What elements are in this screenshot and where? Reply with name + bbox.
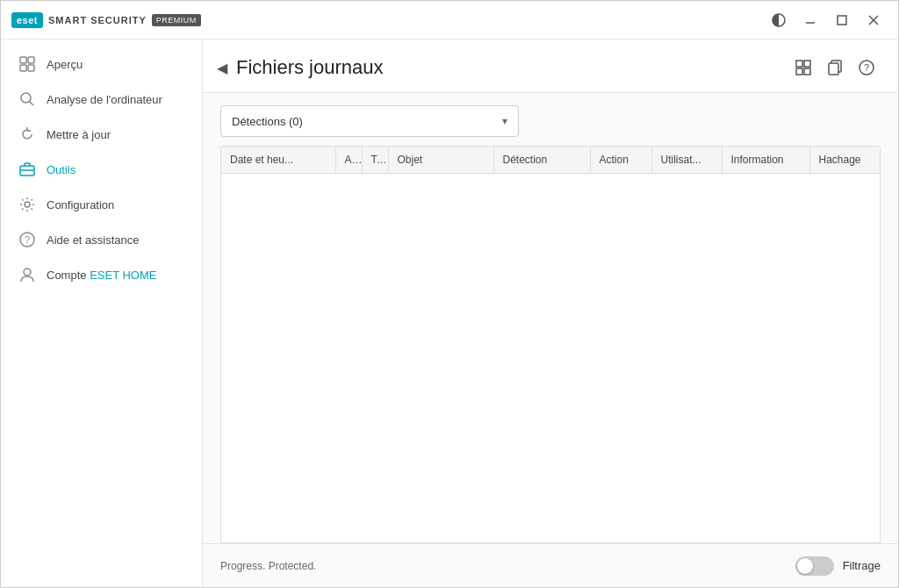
sidebar-item-compte-label: Compte ESET HOME [47,269,156,282]
col-header-a[interactable]: A... [335,147,362,174]
sidebar-item-aide-label: Aide et assistance [47,233,140,247]
back-button[interactable]: ◀ [217,60,227,76]
col-header-information[interactable]: Information [722,147,809,174]
brand-text: SMART SECURITY [48,15,147,25]
svg-rect-6 [28,57,34,63]
chevron-down-icon: ▾ [502,115,507,127]
restore-icon [837,15,847,25]
detections-table: Date et heu... A... T... Objet Détection… [221,147,881,174]
sidebar: Aperçu Analyse de l'ordinateur [1,39,203,587]
copy-button[interactable] [821,54,849,82]
svg-rect-19 [796,68,802,75]
status-text: Progress. Protected. [220,560,316,572]
table-header-row: Date et heu... A... T... Objet Détection… [221,147,881,174]
close-icon [868,15,879,25]
col-header-objet[interactable]: Objet [388,147,493,174]
svg-text:?: ? [25,234,30,245]
col-header-t[interactable]: T... [362,147,388,174]
svg-rect-20 [804,68,810,75]
logo-badge: eset [11,12,43,28]
svg-point-16 [24,269,31,276]
briefcase-icon [18,161,36,178]
filtrage-toggle[interactable] [795,556,834,576]
filtrage-label: Filtrage [843,559,881,572]
person-icon [18,266,36,283]
col-header-action[interactable]: Action [590,147,651,174]
sidebar-item-compte[interactable]: Compte ESET HOME [1,257,202,292]
sidebar-item-configuration-label: Configuration [47,198,114,212]
titlebar-controls [765,6,888,34]
back-icon: ◀ [217,60,227,76]
svg-rect-2 [838,16,846,25]
search-icon [18,90,36,108]
grid-icon [18,55,36,73]
sidebar-item-aide[interactable]: ? Aide et assistance [1,222,202,257]
col-header-date[interactable]: Date et heu... [221,147,335,174]
sidebar-item-apercu-label: Aperçu [47,58,83,71]
help-button[interactable]: ? [852,54,881,82]
sidebar-item-analyse[interactable]: Analyse de l'ordinateur [1,82,202,117]
sidebar-item-outils[interactable]: Outils [1,152,202,187]
detections-dropdown[interactable]: Détections (0) ▾ [220,105,519,137]
gear-icon [18,196,36,213]
premium-badge: PREMIUM [152,14,201,26]
svg-rect-22 [829,63,838,75]
theme-icon [772,13,786,27]
dropdown-selected-label: Détections (0) [232,115,303,128]
dropdown-area: Détections (0) ▾ [203,93,898,146]
col-header-detection[interactable]: Détection [493,147,590,174]
svg-rect-18 [804,61,810,67]
minimize-button[interactable] [796,6,824,34]
sidebar-item-analyse-label: Analyse de l'ordinateur [47,93,162,106]
svg-point-9 [21,93,31,103]
sidebar-item-apercu[interactable]: Aperçu [1,47,202,82]
titlebar-left: eset SMART SECURITY PREMIUM [11,12,201,28]
footer: Progress. Protected. Filtrage [203,543,898,587]
page-title: Fichiers journaux [236,56,384,79]
sidebar-item-mettre-label: Mettre à jour [47,128,111,141]
svg-rect-8 [28,65,34,71]
sidebar-item-mettre[interactable]: Mettre à jour [1,117,202,152]
svg-rect-17 [796,61,802,67]
help-circle-icon: ? [859,60,874,75]
svg-text:?: ? [864,62,869,73]
refresh-icon [18,125,36,143]
toggle-knob [797,558,813,574]
minimize-icon [805,15,816,25]
sidebar-item-outils-label: Outils [47,163,76,176]
grid-view-button[interactable] [789,54,817,82]
main-window: eset SMART SECURITY PREMIUM [0,0,899,588]
col-header-utilisat[interactable]: Utilisat... [651,147,722,174]
logo: eset SMART SECURITY PREMIUM [11,12,201,28]
close-button[interactable] [859,6,888,34]
svg-rect-7 [20,65,26,71]
grid-view-icon [795,60,811,75]
restore-button[interactable] [828,6,856,34]
sidebar-item-configuration[interactable]: Configuration [1,187,202,222]
main-layout: Aperçu Analyse de l'ordinateur [1,39,898,587]
svg-line-10 [30,102,34,106]
svg-rect-5 [20,57,26,63]
copy-icon [827,60,843,75]
header-actions: ? [789,54,881,82]
content-area: ◀ Fichiers journaux [203,39,898,587]
content-header-left: ◀ Fichiers journaux [217,56,384,79]
svg-point-13 [25,202,30,207]
theme-button[interactable] [765,6,793,34]
titlebar: eset SMART SECURITY PREMIUM [1,1,898,39]
table-container: Date et heu... A... T... Objet Détection… [220,146,881,543]
col-header-hachage[interactable]: Hachage [809,147,881,174]
filtrage-area: Filtrage [795,556,881,576]
help-icon: ? [18,231,36,248]
content-header: ◀ Fichiers journaux [203,39,898,93]
